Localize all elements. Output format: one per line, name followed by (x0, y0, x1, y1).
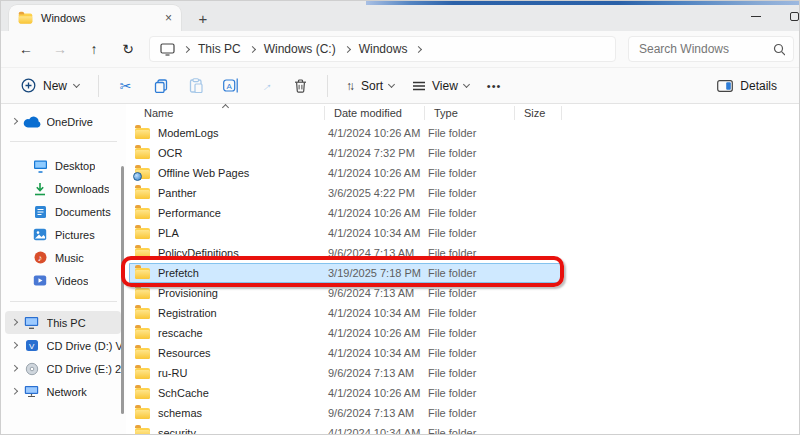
sidebar-scrollbar[interactable] (121, 166, 124, 414)
breadcrumb-chevron-icon[interactable] (249, 45, 256, 52)
rename-button[interactable]: A (213, 71, 248, 101)
file-row-ocr[interactable]: OCR 4/1/2024 7:32 PM File folder (129, 143, 562, 163)
breadcrumb-chevron-icon[interactable] (415, 45, 422, 52)
downloads-icon (31, 182, 49, 196)
breadcrumb-item-windows[interactable]: Windows (359, 42, 408, 56)
file-row-schemas[interactable]: schemas 9/6/2024 7:13 AM File folder (129, 403, 562, 423)
file-row-policydefinitions[interactable]: PolicyDefinitions 9/6/2024 7:13 AM File … (129, 243, 562, 263)
column-header-type[interactable]: Type (425, 106, 515, 120)
sort-button[interactable]: ↑↓ Sort (337, 71, 403, 101)
view-list-icon (412, 80, 426, 92)
folder-icon (135, 148, 150, 159)
sidebar-item-network[interactable]: Network (5, 380, 121, 403)
expand-chevron-icon[interactable] (11, 388, 17, 394)
maximize-icon (790, 12, 799, 21)
delete-button[interactable] (283, 71, 318, 101)
sidebar-item-label: Network (47, 386, 87, 398)
file-row-provisioning[interactable]: Provisioning 9/6/2024 7:13 AM File folde… (129, 283, 562, 303)
column-header-date-modified[interactable]: Date modified (325, 106, 425, 120)
search-box[interactable] (628, 36, 794, 62)
file-row-registration[interactable]: Registration 4/1/2024 10:34 AM File fold… (129, 303, 562, 323)
explorer-tab[interactable]: Windows × (9, 5, 181, 31)
paste-icon (189, 78, 203, 93)
file-row-rescache[interactable]: rescache 4/1/2024 10:26 AM File folder (129, 323, 562, 343)
file-row-prefetch-selected[interactable]: Prefetch 3/19/2025 7:18 PM File folder (129, 263, 562, 283)
paste-button[interactable] (178, 71, 213, 101)
file-row-panther[interactable]: Panther 3/6/2025 4:22 PM File folder (129, 183, 562, 203)
copy-button[interactable] (143, 71, 178, 101)
sidebar-item-cd-drive-d[interactable]: V CD Drive (D:) Vir (5, 334, 121, 357)
share-button[interactable]: → (248, 71, 283, 101)
file-explorer-window: Windows × + × ← → ↑ ↻ This PC Windows (C… (0, 0, 800, 435)
new-button-label: New (43, 79, 67, 93)
new-button[interactable]: New (11, 71, 89, 101)
folder-icon (135, 208, 150, 219)
minimize-icon (751, 16, 761, 17)
maximize-button[interactable] (775, 3, 800, 29)
expand-chevron-icon[interactable] (11, 365, 17, 371)
sidebar-divider (10, 141, 117, 142)
sidebar-item-label: Music (55, 252, 84, 264)
navigation-buttons: ← → ↑ ↻ (9, 31, 145, 67)
file-list: Name Date modified Type Size ModemLogs 4… (126, 104, 800, 435)
up-button[interactable]: ↑ (77, 34, 111, 64)
back-button[interactable]: ← (9, 34, 43, 64)
file-row-performance[interactable]: Performance 4/1/2024 10:26 AM File folde… (129, 203, 562, 223)
sidebar-item-cd-drive-e[interactable]: CD Drive (E:) 202 (5, 357, 121, 380)
folder-icon (135, 348, 150, 359)
column-header-name[interactable]: Name (135, 106, 325, 120)
folder-icon (135, 268, 150, 279)
toolbar-divider (98, 75, 99, 97)
file-row-ru-ru[interactable]: ru-RU 9/6/2024 7:13 AM File folder (129, 363, 562, 383)
file-row-modemlogs[interactable]: ModemLogs 4/1/2024 10:26 AM File folder (129, 123, 562, 143)
folder-icon (135, 328, 150, 339)
breadcrumb[interactable]: This PC Windows (C:) Windows (149, 36, 616, 62)
share-icon: → (256, 76, 276, 96)
file-row-offline-web-pages[interactable]: Offline Web Pages 4/1/2024 10:26 AM File… (129, 163, 562, 183)
minimize-button[interactable] (737, 3, 775, 29)
folder-icon (135, 368, 150, 379)
folder-icon (135, 388, 150, 399)
breadcrumb-chevron-icon[interactable] (183, 45, 190, 52)
pictures-icon (31, 228, 49, 241)
trash-icon (294, 79, 307, 93)
cut-button[interactable]: ✂ (108, 71, 143, 101)
folder-icon (135, 408, 150, 419)
sidebar-item-this-pc[interactable]: This PC (5, 311, 121, 334)
column-header-size[interactable]: Size (515, 106, 562, 120)
ellipsis-icon: ••• (487, 80, 502, 92)
file-row-pla[interactable]: PLA 4/1/2024 10:34 AM File folder (129, 223, 562, 243)
file-row-resources[interactable]: Resources 4/1/2024 10:34 AM File folder (129, 343, 562, 363)
more-options-button[interactable]: ••• (478, 71, 511, 101)
sidebar-item-label: Videos (55, 275, 88, 287)
expand-chevron-icon[interactable] (11, 118, 17, 124)
breadcrumb-chevron-icon[interactable] (344, 45, 351, 52)
svg-text:A: A (226, 82, 232, 91)
search-icon (773, 43, 785, 56)
web-folder-icon (135, 168, 150, 179)
refresh-button[interactable]: ↻ (111, 34, 145, 64)
forward-button[interactable]: → (43, 34, 77, 64)
chevron-down-icon (388, 81, 395, 88)
breadcrumb-item-this-pc[interactable]: This PC (198, 42, 241, 56)
cut-icon: ✂ (120, 78, 132, 94)
breadcrumb-item-windows-c[interactable]: Windows (C:) (264, 42, 336, 56)
view-button[interactable]: View (403, 71, 478, 101)
folder-icon (135, 228, 150, 239)
new-tab-button[interactable]: + (191, 5, 215, 31)
sidebar-item-label: OneDrive (47, 116, 93, 128)
cd-drive-icon (23, 362, 41, 376)
expand-chevron-icon[interactable] (11, 342, 17, 348)
details-pane-button[interactable]: Details (709, 71, 785, 101)
file-row-security[interactable]: security 4/1/2024 10:34 AM File folder (129, 423, 562, 435)
music-icon: ♪ (31, 251, 49, 264)
folder-icon (135, 248, 150, 259)
sidebar-item-onedrive[interactable]: OneDrive (5, 110, 121, 133)
expand-chevron-icon[interactable] (11, 319, 17, 325)
file-row-schcache[interactable]: SchCache 4/1/2024 10:26 AM File folder (129, 383, 562, 403)
copy-icon (154, 79, 168, 93)
search-input[interactable] (639, 42, 773, 56)
tab-close-icon[interactable]: × (165, 11, 172, 25)
folder-icon (19, 13, 33, 23)
column-headers: Name Date modified Type Size (129, 104, 562, 122)
